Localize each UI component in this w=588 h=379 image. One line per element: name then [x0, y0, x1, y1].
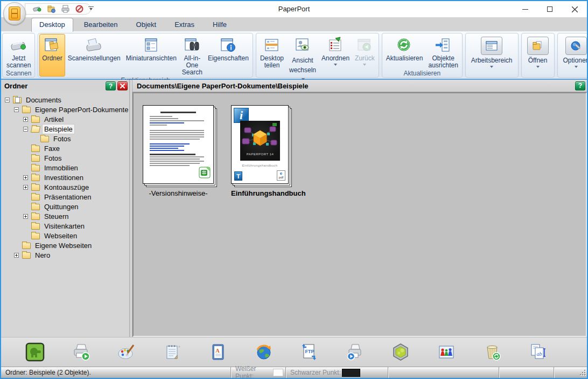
- folder-icon: [22, 243, 31, 249]
- paint-icon[interactable]: [116, 342, 137, 362]
- window-controls: [513, 1, 587, 17]
- folder-pane-help-button[interactable]: ?: [106, 81, 116, 91]
- align-items-icon: [434, 36, 452, 55]
- tree-item-steuern[interactable]: Steuern: [1, 211, 129, 221]
- dropdown-arrow-icon: [363, 64, 366, 67]
- tree-item-visitenkarten[interactable]: Visitenkarten: [1, 221, 129, 231]
- paperport-cover-art: PAPERPORT 14: [240, 121, 280, 161]
- refresh-icon: [395, 36, 414, 55]
- expand-icon[interactable]: [23, 117, 28, 122]
- expand-icon[interactable]: [23, 175, 28, 180]
- dropdown-arrow-icon: [334, 64, 337, 67]
- expand-icon[interactable]: [14, 253, 19, 258]
- open-folder-icon: [527, 37, 549, 55]
- tab-desktop[interactable]: Desktop: [31, 18, 73, 32]
- item-title[interactable]: -Versionshinweise-: [143, 189, 214, 197]
- ansicht-wechseln-button[interactable]: Ansicht wechseln: [286, 34, 319, 85]
- tab-objekt[interactable]: Objekt: [129, 18, 164, 31]
- tab-extras[interactable]: Extras: [167, 18, 202, 31]
- status-white-point: Weißer Punkt:: [231, 367, 286, 378]
- jetzt-scannen-button[interactable]: Jetzt scannen: [4, 34, 33, 70]
- folder-pane-close-button[interactable]: [117, 81, 128, 91]
- desktop-path-header: Documents\Eigene PaperPort-Dokumente\Bei…: [132, 80, 587, 92]
- eigenschaften-button[interactable]: Eigenschaften: [205, 34, 251, 77]
- expand-icon[interactable]: [23, 214, 28, 219]
- web-browser-icon[interactable]: [254, 342, 274, 362]
- options-icon: [565, 37, 587, 55]
- folder-icon: [31, 223, 40, 230]
- tree-item-kontoauszuege[interactable]: Kontoauszüge: [1, 182, 129, 192]
- all-in-one-search-button[interactable]: All-in-One Search: [179, 34, 205, 77]
- tree-item-eigene-paperport-dokumente[interactable]: Eigene PaperPort-Dokumente: [1, 105, 129, 114]
- application-menu-button[interactable]: [3, 2, 26, 25]
- change-view-icon: [293, 36, 312, 55]
- ordner-button[interactable]: Ordner: [39, 34, 65, 77]
- collapse-icon[interactable]: [23, 127, 28, 132]
- paperport-app-icon[interactable]: [390, 342, 411, 362]
- close-button[interactable]: [562, 1, 587, 17]
- document-thumbnail-versionshinweise[interactable]: -Versionshinweise-: [143, 105, 214, 197]
- objekte-ausrichten-button[interactable]: Objekte ausrichten: [425, 34, 460, 70]
- document-page-preview[interactable]: [143, 105, 214, 184]
- ocr-text-icon[interactable]: ab: [528, 342, 548, 362]
- expand-icon[interactable]: [23, 185, 28, 190]
- tree-item-praesentationen[interactable]: Präsentationen: [1, 192, 129, 202]
- cover-title: PAPERPORT 14: [240, 153, 280, 156]
- tree-item-quittungen[interactable]: Quittungen: [1, 202, 129, 211]
- ftp-icon[interactable]: FTP: [299, 342, 319, 362]
- tree-item-documents[interactable]: Documents: [1, 95, 129, 105]
- tree-item-faxe[interactable]: Faxe: [1, 143, 129, 153]
- tree-item-webseiten[interactable]: Webseiten: [1, 231, 129, 240]
- tree-item-investitionen[interactable]: Investitionen: [1, 173, 129, 182]
- pdf-file-badge: pdf: [277, 170, 285, 181]
- black-point-label: Schwarzer Punkt:: [290, 369, 341, 376]
- tree-item-immobilien[interactable]: Immobilien: [1, 163, 129, 173]
- tree-item-beispiele[interactable]: Beispiele: [1, 124, 129, 134]
- desktop-help-button[interactable]: ?: [575, 81, 585, 91]
- desktop-teilen-button[interactable]: Desktop teilen: [257, 34, 286, 85]
- tree-item-artikel[interactable]: Artikel: [1, 114, 129, 124]
- dropdown-arrow-icon: [575, 66, 578, 70]
- contacts-icon[interactable]: [436, 342, 457, 362]
- folder-icon: [22, 252, 31, 259]
- resize-grip[interactable]: [579, 369, 586, 376]
- miniaturansichten-button[interactable]: Miniaturansichten: [123, 34, 179, 77]
- aktualisieren-button[interactable]: Aktualisieren: [383, 34, 426, 70]
- document-thumbnail-einfuehrungshandbuch[interactable]: i: [231, 105, 306, 197]
- maximize-button[interactable]: [537, 1, 562, 17]
- desktop-items-area[interactable]: -Versionshinweise- i: [132, 92, 587, 337]
- recycle-bin-icon[interactable]: [482, 342, 502, 362]
- white-point-swatch: [273, 369, 283, 376]
- scaneinstellungen-button[interactable]: Scaneinstellungen: [65, 34, 123, 77]
- tab-hilfe[interactable]: Hilfe: [205, 18, 234, 31]
- optionen-button[interactable]: Optionen: [561, 36, 588, 70]
- anordnen-button[interactable]: Anordnen: [319, 34, 352, 85]
- print-target-icon[interactable]: [71, 342, 91, 362]
- document-page-preview[interactable]: i: [231, 105, 289, 184]
- tab-bearbeiten[interactable]: Bearbeiten: [76, 18, 125, 31]
- fax-printer-icon[interactable]: [345, 342, 365, 362]
- wordpad-letter: A: [215, 347, 220, 354]
- minimize-button[interactable]: [513, 1, 537, 17]
- group-label-scannen: Scannen: [3, 70, 34, 78]
- oeffnen-button[interactable]: Öffnen: [524, 36, 551, 70]
- tree-item-nero[interactable]: Nero: [1, 250, 129, 260]
- zurueck-button[interactable]: Zurück: [352, 34, 377, 85]
- collapse-icon[interactable]: [5, 98, 10, 102]
- tree-item-eigene-webseiten[interactable]: Eigene Webseiten: [1, 240, 129, 250]
- paperport-cabinet-icon: [9, 6, 20, 20]
- status-bar: Ordner: Beispiele (2 Objekte). Weißer Pu…: [1, 367, 587, 378]
- send-to-bar: A FTP ab: [1, 337, 587, 367]
- evernote-icon[interactable]: [25, 342, 45, 362]
- black-point-swatch: [342, 369, 360, 377]
- arbeitsbereich-button[interactable]: Arbeitsbereich: [468, 36, 515, 70]
- notepad-icon[interactable]: [162, 342, 183, 362]
- item-title[interactable]: Einführungshandbuch: [231, 189, 306, 197]
- wordpad-icon[interactable]: A: [208, 342, 228, 362]
- tree-item-fotos-sub[interactable]: Fotos: [1, 134, 129, 143]
- ribbon-group-scannen: Jetzt scannen Scannen: [2, 33, 35, 78]
- ribbon-group-aktualisieren: Aktualisieren Objekte ausrichten Aktuali…: [382, 33, 463, 78]
- back-icon: [355, 36, 374, 55]
- collapse-icon[interactable]: [14, 107, 19, 112]
- tree-item-fotos[interactable]: Fotos: [1, 153, 129, 163]
